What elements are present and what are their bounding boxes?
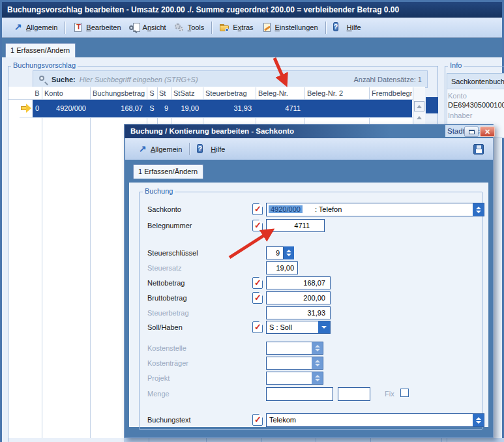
col-s[interactable]: S (147, 87, 157, 99)
menu-bearbeiten[interactable]: T Bearbeiten (68, 21, 125, 34)
dialog-tab-erfassen-aendern[interactable]: 1 Erfassen/Ändern (133, 164, 203, 179)
menge-input (266, 387, 333, 401)
dialog-title: Buchung / Kontierung bearbeiten - Sachko… (130, 127, 294, 135)
dialog-menu-hilfe[interactable]: ? Hilfe (193, 143, 229, 156)
soll-haben-confirm-icon[interactable]: ✓ (252, 321, 263, 333)
annotation-arrow-belegnummer (222, 222, 280, 262)
menu-hilfe[interactable]: ? Hilfe (329, 21, 365, 34)
dialog-title-bar[interactable]: Buchung / Kontierung bearbeiten - Sachko… (125, 125, 493, 138)
menu-ansicht[interactable]: Ansicht (125, 21, 170, 34)
close-icon: ✕ (484, 128, 490, 136)
buchungstext-combobox[interactable]: Telekom (266, 413, 484, 427)
sachkonto-spinner[interactable] (473, 203, 484, 216)
magnifier-document-icon (129, 22, 140, 33)
application-window: Buchungsvorschlag bearbeiten - Umsatz 20… (0, 0, 504, 442)
col-beleg-nr-2[interactable]: Beleg-Nr. 2 (304, 87, 369, 99)
col-stsatz[interactable]: StSatz (171, 87, 203, 99)
cell-st: 9 (157, 100, 171, 117)
table-row[interactable]: 0 4920/000 168,07 S 9 19,00 31,93 4711 (33, 100, 412, 117)
nettobetrag-confirm-icon[interactable]: ✓ (252, 277, 263, 289)
dialog-menu-allgemein[interactable]: ↗ Allgemein (133, 143, 186, 156)
main-title-bar[interactable]: Buchungsvorschlag bearbeiten - Umsatz 20… (2, 2, 502, 18)
steuersatz-label: Steuersatz (147, 264, 182, 272)
steuerbetrag-label: Steuerbetrag (147, 309, 189, 317)
fix-label: Fix (385, 390, 394, 398)
main-menu-bar: ↗ Allgemein T Bearbeiten Ansicht Tools E… (2, 18, 502, 38)
row-gutter (20, 100, 33, 117)
cell-beleg-nr: 4711 (256, 100, 304, 117)
fix-checkbox[interactable] (400, 389, 409, 397)
soll-haben-value: S : Soll (269, 323, 292, 331)
soll-haben-select[interactable]: S : Soll (266, 321, 331, 334)
current-row-arrow-icon (21, 104, 32, 113)
col-st[interactable]: St (157, 87, 171, 99)
buchungsvorschlag-group-label: Buchungsvorschlag (11, 62, 78, 69)
info-list-header[interactable]: Sachkontenbuchung (447, 74, 504, 89)
buchungstext-value: Telekom (269, 416, 296, 424)
info-group-label: Info (448, 62, 464, 69)
sachkonto-label: Sachkonto (147, 205, 181, 213)
row-divider (20, 117, 425, 118)
kostenstelle-spinner (312, 342, 323, 354)
nettobetrag-input[interactable]: 168,07 (266, 276, 331, 289)
main-tab-strip: 1 Erfassen/Ändern (2, 38, 502, 57)
cell-beleg-nr-2 (304, 100, 369, 117)
steuerschluessel-spinner[interactable] (284, 246, 294, 259)
sachkonto-confirm-icon[interactable]: ✓ (252, 203, 263, 215)
help-icon: ? (197, 144, 208, 155)
menu-separator (189, 143, 190, 155)
dialog-menu-bar: ↗ Allgemein ? Hilfe (125, 138, 493, 160)
cell-steuerbetrag: 31,93 (203, 100, 256, 117)
col-b[interactable]: B (33, 87, 42, 99)
menu-allgemein[interactable]: ↗ Allgemein (8, 21, 61, 34)
menge-unit-input (338, 387, 370, 401)
cell-b: 0 (33, 100, 42, 117)
steuersatz-input: 19,00 (266, 261, 298, 274)
menge-label: Menge (147, 390, 170, 398)
steuerschluessel-label: Steuerschlüssel (147, 249, 198, 257)
kostentraeger-spinner (312, 357, 323, 369)
info-konto-label: Konto (448, 92, 467, 100)
soll-haben-label: Soll/Haben (147, 323, 183, 331)
menu-tools[interactable]: Tools (170, 21, 209, 34)
grid-line (90, 87, 91, 438)
buchungstext-confirm-icon[interactable]: ✓ (252, 414, 263, 426)
bruttobetrag-label: Bruttobetrag (147, 294, 187, 302)
bruttobetrag-confirm-icon[interactable]: ✓ (252, 292, 263, 304)
close-button[interactable]: ✕ (480, 126, 495, 137)
gears-icon (174, 22, 185, 33)
tab-erfassen-aendern[interactable]: 1 Erfassen/Ändern (5, 43, 76, 57)
search-icon (38, 74, 49, 85)
cell-konto: 4920/000 (42, 100, 90, 117)
arrow-ne-icon: ↗ (12, 22, 23, 33)
sachkonto-combobox[interactable]: 4920/000 : Telefon (266, 203, 484, 216)
buchungstext-spinner[interactable] (473, 414, 484, 426)
steuerbetrag-input: 31,93 (266, 306, 331, 319)
soll-haben-dropdown-icon[interactable] (318, 321, 330, 333)
restore-button[interactable] (464, 126, 479, 137)
nettobetrag-label: Nettobetrag (147, 279, 185, 287)
scroll-up-icon[interactable] (417, 116, 422, 119)
folder-icon (219, 22, 230, 33)
menu-extras[interactable]: Extras (215, 21, 257, 34)
belegnummer-label: Belegnummer (147, 222, 192, 229)
kostentraeger-combobox (266, 357, 323, 370)
col-steuerbetrag[interactable]: Steuerbetrag (203, 87, 256, 99)
buchung-group-label: Buchung (143, 188, 175, 195)
col-buchungsbetrag[interactable]: Buchungsbetrag (90, 87, 147, 99)
info-inhaber-label: Inhaber (448, 111, 472, 119)
menu-separator (211, 22, 212, 34)
col-konto[interactable]: Konto (42, 87, 90, 99)
search-input[interactable]: Hier Suchbegriff eingeben (STRG+S) (80, 76, 198, 83)
cell-stsatz: 19,00 (171, 100, 203, 117)
scroll-up-button[interactable] (414, 101, 424, 111)
bruttobetrag-input[interactable]: 200,00 (266, 291, 331, 304)
save-icon[interactable] (473, 144, 484, 155)
record-count-label: Anzahl Datensätze: 1 (353, 76, 422, 83)
arrow-ne-icon: ↗ (137, 144, 148, 155)
col-fremdbeleg[interactable]: Fremdbelegn (369, 87, 412, 99)
table-header-row: B Konto Buchungsbetrag S St StSatz Steue… (20, 87, 412, 99)
kostenstelle-label: Kostenstelle (147, 344, 186, 352)
sachkonto-suffix: : Telefon (315, 205, 342, 213)
menu-einstellungen[interactable]: Einstellungen (258, 21, 322, 34)
